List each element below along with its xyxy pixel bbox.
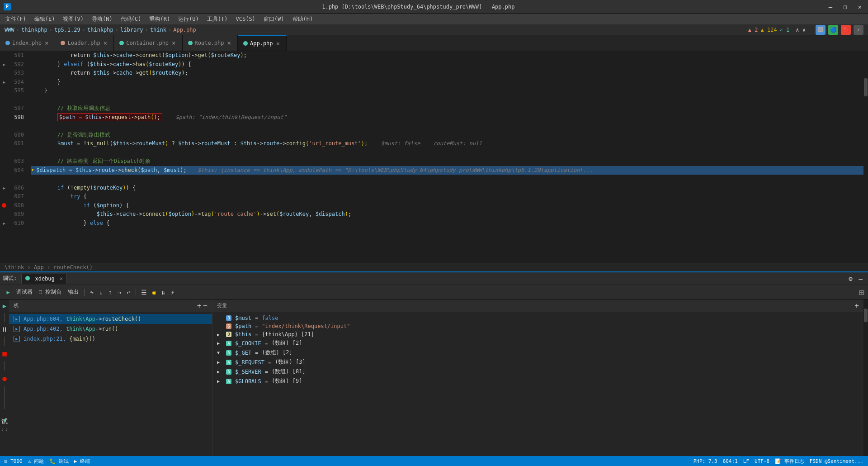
tab-close-route[interactable]: × — [226, 40, 232, 46]
menu-tools[interactable]: 工具(T) — [203, 14, 231, 24]
breakpoint-608[interactable] — [2, 203, 6, 208]
status-debug[interactable]: 🐛 调试 — [49, 458, 69, 465]
debug-settings-icon[interactable]: ⚙ — [846, 274, 855, 283]
tab-loader-php[interactable]: Loader.php × — [55, 35, 114, 51]
var-this[interactable]: ▶ O $this = {think\App} [21] — [212, 330, 863, 338]
var-this-value: {think\App} [21] — [262, 331, 314, 338]
editor-scrollbar[interactable] — [863, 51, 868, 263]
plugin-icon-2[interactable]: 🔵 — [828, 25, 838, 35]
breadcrumb-thinkphp[interactable]: thinkphp — [21, 27, 47, 33]
debug-active-btn[interactable]: ◉ — [150, 287, 158, 297]
var-globals-eq: = — [265, 378, 268, 385]
var-request-expand[interactable]: ▶ — [217, 360, 224, 365]
debug-pause-icon[interactable]: ⏸ — [1, 326, 8, 333]
var-get-expand[interactable]: ▼ — [217, 350, 224, 355]
breakpoint-gutter[interactable]: ▶ ▶ ▶ — [0, 51, 8, 263]
status-terminal[interactable]: ▶ 终端 — [74, 458, 90, 465]
eval-expr-btn[interactable]: ↩ — [124, 287, 132, 297]
frames-btn[interactable]: ☰ — [139, 287, 149, 297]
var-this-expand[interactable]: ▶ — [217, 332, 224, 337]
debug-red-dot[interactable]: ● — [2, 374, 7, 383]
var-cookie-expand[interactable]: ▶ — [217, 341, 224, 346]
stack-frame-3[interactable]: ▶ index.php:21, {main}() — [9, 334, 212, 344]
breadcrumb-library[interactable]: library — [120, 27, 143, 33]
var-cookie[interactable]: ▶ A $_COOKIE = (数组) [2] — [212, 338, 863, 348]
status-todo[interactable]: ⊞ TODO — [5, 458, 23, 464]
var-globals[interactable]: ▶ A $GLOBALS = (数组) [9] — [212, 376, 863, 386]
stack-add-btn[interactable]: + — [197, 301, 202, 310]
vars-scrollbar[interactable] — [863, 300, 868, 466]
step-out-btn[interactable]: ↑ — [106, 287, 114, 297]
tab-index-php[interactable]: index.php × — [0, 35, 55, 51]
maximize-button[interactable]: ❐ — [840, 2, 849, 11]
debug-text-star[interactable]: ★ — [1, 416, 8, 423]
fold-icon-592[interactable]: ▶ — [3, 62, 5, 67]
layout-btn[interactable]: ⊞ — [859, 287, 864, 298]
plugin-icon-4[interactable]: ⚡ — [854, 25, 863, 35]
step-over-btn[interactable]: ↷ — [87, 287, 95, 297]
menu-file[interactable]: 文件(F) — [2, 14, 30, 24]
debug-tab-xdebug[interactable]: xdebug × — [21, 274, 67, 284]
stack-minus-btn[interactable]: − — [203, 301, 208, 310]
var-must[interactable]: B $must = false — [212, 314, 863, 322]
plugin-icon-1[interactable]: 🅰 — [816, 25, 826, 35]
debug-stop-icon[interactable]: ■ — [2, 349, 7, 358]
breadcrumb-thinkphp2[interactable]: thinkphp — [87, 27, 113, 33]
tab-close-index[interactable]: × — [44, 40, 49, 46]
var-server-expand[interactable]: ▶ — [217, 369, 224, 374]
debugger-tab[interactable]: 调试器 — [14, 287, 35, 297]
run-to-cursor-btn[interactable]: → — [115, 287, 123, 297]
console-tab[interactable]: □ 控制台 — [36, 287, 64, 297]
menu-run[interactable]: 运行(U) — [175, 14, 203, 24]
var-add-btn[interactable]: + — [854, 301, 859, 310]
fold-icon-594[interactable]: ▶ — [3, 80, 5, 85]
debug-arrow-down[interactable]: ⋮⋮ — [1, 427, 8, 431]
vars-scrollbar-thumb[interactable] — [864, 309, 868, 322]
breadcrumb-think[interactable]: think — [150, 27, 166, 33]
menu-view[interactable]: 视图(V) — [59, 14, 87, 24]
output-tab[interactable]: 输出 — [65, 287, 81, 297]
var-path[interactable]: S $path = "index/think\Request/input" — [212, 322, 863, 330]
step-into-btn[interactable]: ↓ — [97, 287, 105, 297]
var-must-value: false — [262, 315, 278, 321]
tab-container-php[interactable]: Container.php × — [114, 35, 182, 51]
tab-close-loader[interactable]: × — [103, 40, 108, 46]
menu-help[interactable]: 帮助(H) — [289, 14, 317, 24]
sort-btn[interactable]: ⚡ — [169, 287, 177, 297]
menu-refactor[interactable]: 重构(R) — [146, 14, 174, 24]
breadcrumb-www[interactable]: WWW — [5, 27, 14, 33]
debug-minimize-icon[interactable]: — — [856, 274, 865, 283]
stack-frame-2[interactable]: ▶ App.php:402, think\App->run() — [9, 324, 212, 334]
tab-close-container[interactable]: × — [171, 40, 176, 46]
fold-icon-606[interactable]: ▶ — [3, 185, 5, 190]
menu-window[interactable]: 窗口(W) — [260, 14, 288, 24]
code-content[interactable]: return $this->cache->connect($option)->g… — [28, 51, 863, 263]
minimize-button[interactable]: — — [826, 2, 835, 11]
scrollbar-thumb[interactable] — [864, 78, 868, 96]
status-log[interactable]: 📝 事件日志 — [775, 458, 804, 465]
menu-code[interactable]: 代码(C) — [117, 14, 145, 24]
tab-route-php[interactable]: Route.php × — [183, 35, 238, 51]
gutter-598 — [0, 113, 8, 122]
menu-edit[interactable]: 编辑(E) — [31, 14, 59, 24]
var-server[interactable]: ▶ A $_SERVER = (数组) [81] — [212, 367, 863, 376]
fold-icon-610[interactable]: ▶ — [3, 221, 5, 226]
code-viewport[interactable]: ▶ ▶ ▶ — [0, 51, 868, 263]
tab-app-php[interactable]: App.php × — [238, 35, 287, 51]
var-request[interactable]: ▶ A $_REQUEST = (数组) [3] — [212, 357, 863, 367]
status-problems[interactable]: ⚠ 问题 — [28, 458, 44, 465]
gutter-608 — [0, 201, 8, 210]
debug-play-icon[interactable]: ▶ — [3, 302, 6, 309]
stack-frame-1[interactable]: ▶ App.php:604, think\App->routeCheck() — [9, 314, 212, 324]
debug-resume-btn[interactable]: ▶ — [4, 288, 13, 297]
close-button[interactable]: ✕ — [855, 2, 864, 11]
xdebug-close[interactable]: × — [60, 276, 63, 282]
plugin-icon-3[interactable]: 🔴 — [841, 25, 851, 35]
var-globals-expand[interactable]: ▶ — [217, 379, 224, 384]
tab-close-app[interactable]: × — [275, 40, 281, 47]
toggle-btn[interactable]: ⇅ — [159, 287, 167, 297]
var-get[interactable]: ▼ A $_GET = (数组) [2] — [212, 348, 863, 357]
menu-navigate[interactable]: 导航(N) — [88, 14, 116, 24]
breadcrumb-version[interactable]: tp5.1.29 — [54, 27, 80, 33]
menu-vcs[interactable]: VCS(S) — [232, 15, 259, 23]
